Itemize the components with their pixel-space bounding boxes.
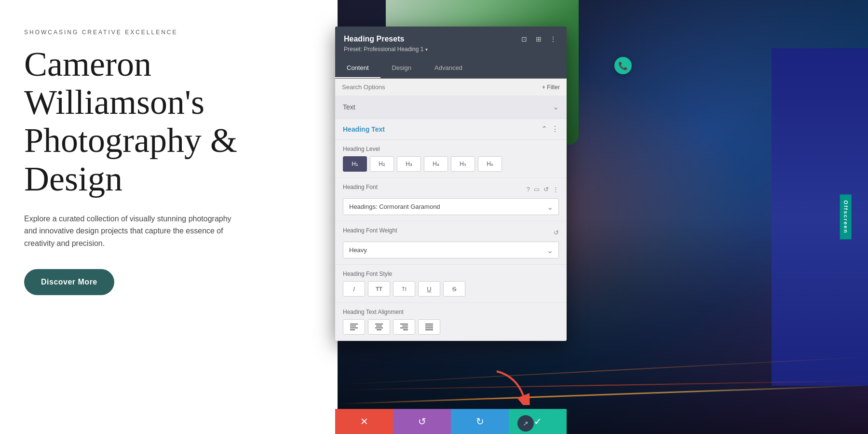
heading-font-mobile-icon[interactable]: ▭ [534,186,540,193]
font-style-uppercase-button[interactable]: TT [368,281,390,297]
offscreen-label: Offscreen [840,194,851,239]
heading-presets-panel: Heading Presets ⊡ ⊞ ⋮ Preset: Profession… [335,27,567,341]
heading-level-block: Heading Level H₁ H₂ H₃ H₄ H₅ H₆ [335,140,567,178]
heading-font-style-block: Heading Font Style I TT Tt U S [335,265,567,303]
svg-rect-2 [350,327,358,328]
tab-content[interactable]: Content [335,58,380,78]
heading-text-section-icons: ⌃ ⋮ [541,124,559,134]
website-preview: SHOWCASING CREATIVE EXCELLENCE Cameron W… [0,0,338,434]
svg-rect-5 [376,326,382,326]
svg-rect-3 [350,329,355,330]
heading-font-reset-icon[interactable]: ↺ [543,186,549,193]
hlevel-h6-button[interactable]: H₆ [478,156,502,172]
heading-text-chevron-up-icon[interactable]: ⌃ [541,124,547,134]
heading-font-select[interactable]: Headings: Cormorant Garamond [343,198,559,215]
svg-rect-8 [400,324,408,325]
panel-header-icons: ⊡ ⊞ ⋮ [519,34,558,44]
heading-font-icons: ? ▭ ↺ ⋮ [527,186,559,193]
svg-rect-10 [400,327,408,328]
heading-font-label: Heading Font [343,184,378,190]
svg-rect-13 [425,326,433,326]
font-style-underline-button[interactable]: U [418,281,440,297]
hlevel-h4-button[interactable]: H₄ [424,156,448,172]
panel-header: Heading Presets ⊡ ⊞ ⋮ [335,27,567,44]
font-style-group: I TT Tt U S [343,281,559,297]
heading-font-select-wrapper: Headings: Cormorant Garamond [343,198,559,215]
redo-button[interactable]: ↻ [451,409,509,434]
svg-rect-14 [425,327,433,328]
text-section-label: Text [343,103,355,111]
svg-rect-7 [377,329,381,330]
hlevel-h3-button[interactable]: H₃ [397,156,421,172]
panel-title: Heading Presets [344,35,404,43]
svg-rect-1 [350,326,356,326]
heading-font-style-label: Heading Font Style [343,271,559,277]
heading-font-block: Heading Font ? ▭ ↺ ⋮ Headings: Cormorant… [335,178,567,221]
panel-resize-icon[interactable]: ⊡ [519,34,529,44]
align-left-button[interactable] [343,319,365,335]
building-overlay [772,48,868,386]
align-justify-button[interactable] [418,319,440,335]
discover-more-button[interactable]: Discover More [24,269,114,295]
heading-font-weight-block: Heading Font Weight ↺ Heavy Normal Bold … [335,221,567,265]
panel-body: Text ⌄ Heading Text ⌃ ⋮ Heading Level H₁… [335,95,567,341]
heading-text-section-bar[interactable]: Heading Text ⌃ ⋮ [335,119,567,140]
svg-rect-6 [375,327,383,328]
cancel-button[interactable]: ✕ [335,409,393,434]
heading-font-weight-label: Heading Font Weight [343,227,397,234]
preset-label: Preset: Professional Heading 1 [344,46,423,53]
panel-grid-icon[interactable]: ⊞ [534,34,543,44]
floating-phone-icon[interactable]: 📞 [614,57,632,74]
heading-font-weight-reset-icon[interactable]: ↺ [554,229,559,236]
website-heading: Cameron Williamson's Photography & Desig… [24,45,313,198]
font-style-capitalize-button[interactable]: Tt [393,281,415,297]
heading-font-weight-label-row: Heading Font Weight ↺ [343,227,559,238]
svg-rect-0 [350,324,358,325]
tab-advanced[interactable]: Advanced [423,58,474,78]
text-section-chevron-icon: ⌄ [553,102,559,111]
heading-font-label-row: Heading Font ? ▭ ↺ ⋮ [343,184,559,194]
preset-chevron-icon: ▾ [425,47,428,52]
search-input[interactable] [342,83,494,91]
alignment-group [343,319,559,335]
panel-search-bar: + Filter [335,79,567,95]
svg-rect-4 [375,324,383,325]
undo-button[interactable]: ↺ [393,409,451,434]
svg-rect-12 [425,324,433,325]
hlevel-h1-button[interactable]: H₁ [343,156,367,172]
font-style-strikethrough-button[interactable]: S [443,281,465,297]
heading-font-weight-select[interactable]: Heavy Normal Bold Light [343,242,559,258]
heading-text-section-label: Heading Text [343,125,385,133]
heading-font-weight-icons: ↺ [554,229,559,236]
align-right-button[interactable] [393,319,415,335]
heading-text-alignment-block: Heading Text Alignment [335,303,567,341]
panel-preset-bar[interactable]: Preset: Professional Heading 1 ▾ [335,44,567,58]
svg-rect-9 [402,326,408,326]
website-description: Explore a curated collection of visually… [24,213,231,250]
hlevel-h2-button[interactable]: H₂ [370,156,394,172]
drag-handle-icon[interactable]: ↗ [517,415,534,432]
font-style-italic-button[interactable]: I [343,281,365,297]
website-subtitle: SHOWCASING CREATIVE EXCELLENCE [24,29,313,36]
heading-text-more-icon[interactable]: ⋮ [551,124,559,134]
heading-font-help-icon[interactable]: ? [527,186,530,193]
heading-text-alignment-label: Heading Text Alignment [343,309,559,315]
svg-rect-11 [403,329,408,330]
tab-design[interactable]: Design [380,58,423,78]
align-center-button[interactable] [368,319,390,335]
text-section-row[interactable]: Text ⌄ [335,95,567,119]
heading-level-group: H₁ H₂ H₃ H₄ H₅ H₆ [343,156,559,172]
heading-font-more-icon[interactable]: ⋮ [553,186,559,193]
heading-level-label: Heading Level [343,146,559,152]
panel-tabs: Content Design Advanced [335,58,567,79]
heading-font-weight-select-wrapper: Heavy Normal Bold Light [343,242,559,258]
filter-button[interactable]: + Filter [542,84,560,91]
svg-rect-15 [425,329,433,330]
panel-more-icon[interactable]: ⋮ [548,34,558,44]
hlevel-h5-button[interactable]: H₅ [451,156,475,172]
